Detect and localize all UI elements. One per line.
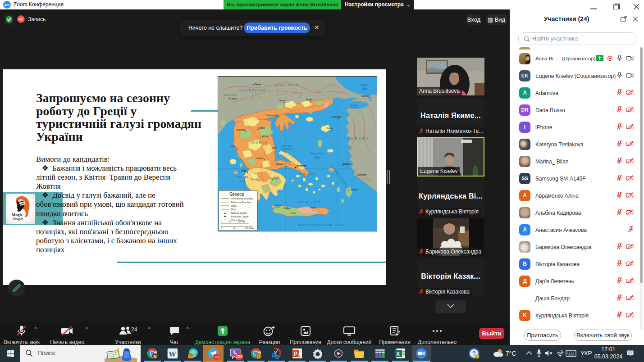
svg-text:0: 0 — [221, 227, 222, 230]
svg-text:Rodhos: Rodhos — [350, 189, 358, 191]
svg-text:Sea: Sea — [362, 87, 368, 90]
svg-text:X: X — [397, 351, 400, 357]
svg-text:Prefecture Boundary: Prefecture Boundary — [231, 201, 251, 204]
svg-text:MACEDONIA: MACEDONIA — [239, 88, 266, 92]
svg-text:Ioannina: Ioannina — [237, 129, 245, 131]
svg-text:Istanbul: Istanbul — [361, 95, 369, 97]
svg-text:People: People — [13, 217, 23, 221]
svg-text:Ayios: Ayios — [311, 207, 316, 209]
svg-text:Xanthi: Xanthi — [306, 99, 312, 101]
svg-text:Volos: Volos — [272, 147, 277, 149]
svg-text:Prefecture Capital: Prefecture Capital — [231, 216, 248, 218]
svg-text:Serrai: Serrai — [279, 100, 285, 102]
svg-text:★Tirana: ★Tirana — [228, 98, 237, 100]
svg-text:Arta: Arta — [231, 145, 235, 148]
svg-text:50: 50 — [228, 221, 231, 223]
svg-text:International Boundary: International Boundary — [231, 198, 253, 200]
svg-text:Canakkale: Canakkale — [331, 116, 342, 118]
svg-text:TURKEY: TURKEY — [347, 136, 370, 141]
svg-text:Crete: Crete — [291, 212, 296, 214]
svg-text:i: i — [476, 355, 477, 359]
svg-text:Greece: Greece — [229, 192, 244, 197]
svg-text:50: 50 — [233, 227, 236, 230]
svg-text:0: 0 — [221, 221, 222, 223]
svg-text:★: ★ — [224, 212, 226, 215]
svg-text:Ionian: Ionian — [237, 175, 248, 179]
svg-text:Pireevs: Pireevs — [276, 163, 284, 166]
svg-text:★Athens: ★Athens — [297, 164, 306, 167]
svg-text:24: 24 — [131, 326, 137, 333]
svg-text:Lamia: Lamia — [256, 157, 262, 159]
svg-text:Road: Road — [231, 205, 237, 207]
svg-text:Sea: Sea — [315, 155, 321, 159]
svg-text:Pirgos: Pirgos — [241, 170, 247, 172]
svg-text:River: River — [231, 208, 237, 211]
svg-text:CYCLADES: CYCLADES — [299, 173, 316, 176]
svg-text:W: W — [169, 350, 176, 358]
svg-text:Magic: Magic — [12, 213, 23, 217]
svg-text:Khania: Khania — [274, 204, 281, 207]
svg-text:NORTHERN: NORTHERN — [281, 145, 292, 148]
svg-text:100 KM: 100 KM — [238, 221, 245, 223]
svg-text:Tripolis: Tripolis — [251, 178, 258, 181]
svg-text:P: P — [294, 351, 297, 357]
svg-text:★Skopje: ★Skopje — [253, 83, 261, 86]
svg-text:Iraklion: Iraklion — [283, 207, 291, 209]
svg-text:Bodrum: Bodrum — [343, 163, 351, 165]
svg-text:Mitilini: Mitilini — [327, 127, 333, 130]
svg-text:Sea of Crete: Sea of Crete — [297, 200, 320, 204]
svg-text:Black: Black — [360, 83, 368, 86]
svg-text:Marmara: Marmara — [350, 107, 358, 109]
svg-text:GREECE: GREECE — [250, 140, 267, 145]
svg-text:Marmaris: Marmaris — [357, 174, 367, 176]
svg-text:Larisa: Larisa — [262, 135, 268, 137]
svg-text:Thessaloniki: Thessaloniki — [265, 114, 278, 117]
svg-text:National Capital: National Capital — [231, 212, 247, 214]
svg-text:Aegean: Aegean — [311, 151, 325, 155]
svg-text:Sea of: Sea of — [351, 104, 357, 106]
svg-text:BULGARIA: BULGARIA — [275, 83, 299, 87]
svg-text:ALBANIA: ALBANIA — [224, 93, 237, 96]
svg-text:Sparti: Sparti — [274, 177, 279, 180]
svg-text:Sea: Sea — [239, 179, 246, 183]
svg-text:Mediterranean Sea: Mediterranean Sea — [298, 223, 344, 227]
svg-text:Kozani: Kozani — [258, 127, 265, 129]
svg-text:SPORADES: SPORADES — [282, 148, 293, 150]
svg-text:N: N — [154, 354, 157, 359]
svg-text:100 Miles: 100 Miles — [245, 227, 254, 230]
